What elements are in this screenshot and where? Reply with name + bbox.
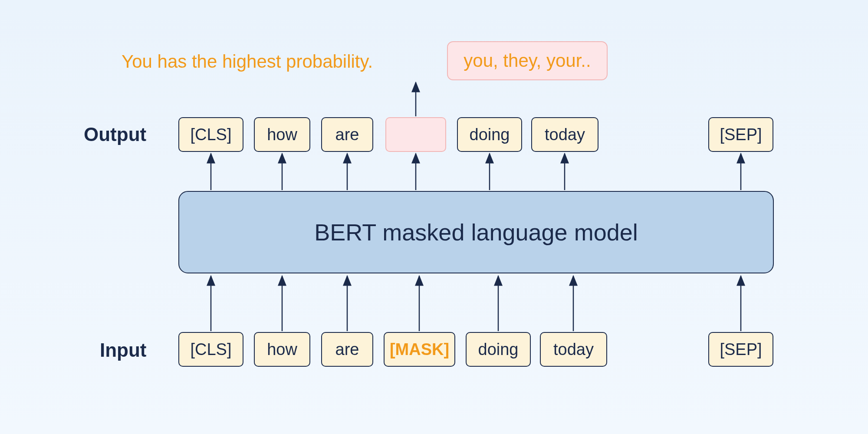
input-label: Input: [100, 339, 147, 361]
input-token-are: are: [321, 332, 373, 367]
prediction-box: you, they, your..: [447, 41, 608, 80]
model-label: BERT masked language model: [314, 219, 638, 246]
input-token-doing: doing: [466, 332, 531, 367]
output-token-today: today: [531, 117, 598, 152]
output-token-sep: [SEP]: [708, 117, 773, 152]
model-box: BERT masked language model: [178, 191, 774, 273]
bert-mlm-diagram: You has the highest probability. you, th…: [0, 0, 868, 434]
input-token-cls: [CLS]: [178, 332, 243, 367]
output-label: Output: [84, 124, 146, 145]
probability-annotation: You has the highest probability.: [122, 51, 373, 72]
output-token-masked: [385, 117, 446, 152]
input-token-today: today: [540, 332, 607, 367]
input-token-how: how: [254, 332, 310, 367]
output-token-are: are: [321, 117, 373, 152]
output-token-doing: doing: [457, 117, 522, 152]
prediction-text: you, they, your..: [464, 50, 591, 71]
output-token-cls: [CLS]: [178, 117, 243, 152]
input-token-sep: [SEP]: [708, 332, 773, 367]
input-token-mask: [MASK]: [384, 332, 455, 367]
output-token-how: how: [254, 117, 310, 152]
